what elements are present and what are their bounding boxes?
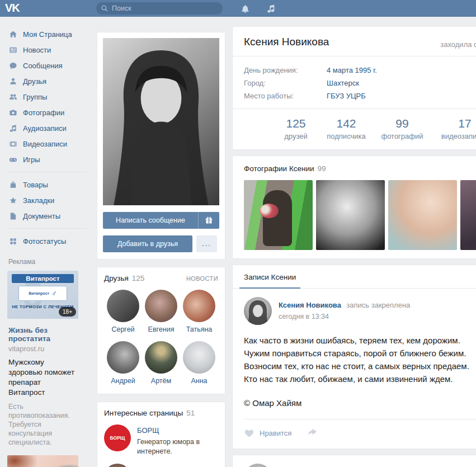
ad-image-vitaprost[interactable]: 5 Витапрост Витапрост ♂ НЕ ТОРМОЗИ С ЛЕЧ… (7, 271, 78, 319)
sidebar-item-documents[interactable]: Документы (0, 208, 95, 224)
info-value-link[interactable]: 4 марта 1995 г. (327, 66, 377, 74)
ad-title-link[interactable]: Жизнь без простатита (8, 326, 84, 343)
counter-videos[interactable]: 17 видеозаписей (440, 117, 476, 140)
friends-title[interactable]: Друзья (104, 274, 129, 282)
sidebar-item-label: Видеозаписи (23, 140, 67, 148)
photos-title[interactable]: Фотографии Ксении (244, 164, 314, 173)
post-author-avatar[interactable] (244, 297, 272, 325)
friend-avatar (107, 290, 139, 322)
ad-url[interactable]: vitaprost.ru (8, 345, 95, 353)
info-value-link[interactable]: ГБУЗ УЦРБ (327, 92, 366, 100)
music-icon[interactable] (266, 4, 276, 13)
speech-bubble-icon (8, 61, 17, 70)
profile-photo[interactable] (103, 38, 219, 205)
friend-item[interactable]: Татьяна (180, 290, 218, 333)
ad-image-face[interactable]: 18+ (7, 455, 78, 467)
post-attribution: © Омар Хайям (244, 398, 476, 408)
friend-avatar (145, 341, 177, 374)
share-button[interactable] (307, 427, 318, 440)
friend-avatar (183, 341, 215, 374)
post-date[interactable]: сегодня в 13:34 (279, 313, 410, 320)
counter-label: фотографий (377, 132, 427, 140)
counter-friends[interactable]: 125 друзей (271, 117, 321, 140)
sidebar-item-friends[interactable]: Друзья (0, 73, 95, 89)
add-friend-button[interactable]: Добавить в друзья (103, 235, 192, 252)
profile-left-column: Написать сообщение Добавить в друзья ...… (97, 32, 225, 467)
photo-bouquet (260, 204, 279, 218)
sidebar-item-groups[interactable]: Группы (0, 89, 95, 105)
counter-photos[interactable]: 99 фотографий (377, 117, 427, 140)
post-author-avatar[interactable] (244, 464, 272, 467)
counter-label: подписчика (321, 132, 371, 140)
music-note-icon (8, 124, 17, 133)
friend-name: Артём (142, 377, 180, 385)
friends-news-link[interactable]: новости (186, 275, 218, 282)
wall-post: Ксения Новикова запись закреплена сегодн… (233, 289, 476, 449)
friend-item[interactable]: Андрей (104, 341, 142, 385)
page-item[interactable]: ЯЖЕМАТЬ! (104, 464, 218, 467)
info-label: Место работы: (244, 92, 327, 100)
info-label: Город: (244, 79, 327, 87)
tab-wall-posts[interactable]: Записи Ксении (239, 265, 300, 289)
page-description: Генератор юмора в интернете. (137, 437, 207, 456)
photos-count: 99 (318, 164, 326, 173)
photo-thumb[interactable] (244, 180, 313, 250)
friend-item[interactable]: Анна (180, 341, 218, 385)
mars-symbol-icon: ♂ (51, 290, 57, 297)
page-name[interactable]: БОРЩ (137, 426, 207, 435)
info-row-birthday: День рождения: 4 марта 1995 г. (244, 64, 476, 77)
sidebar-item-label: Закладки (23, 196, 54, 205)
wall-block: Записи Ксении Ксения Новикова запись зак… (232, 265, 476, 449)
photo-thumb[interactable] (388, 180, 457, 250)
counter-followers[interactable]: 142 подписчика (321, 117, 371, 140)
friend-item[interactable]: Сергей (104, 290, 142, 333)
send-gift-button[interactable] (198, 212, 219, 229)
sidebar-item-label: Игры (23, 155, 40, 164)
sidebar-item-label: Друзья (23, 77, 46, 86)
sidebar-item-market[interactable]: Товары (0, 177, 95, 192)
post-text: Как часто в жизни ошибаясь, теряем тех, … (244, 334, 476, 385)
ad-description: Мужскому здоровью поможет препарат Витап… (8, 357, 77, 398)
interesting-pages-block: Интересные страницы 51 БОРЩ БОРЩ Генерат… (97, 402, 225, 467)
sidebar-item-photostatuses[interactable]: Фотостатусы (0, 233, 95, 249)
sidebar-item-messages[interactable]: Сообщения (0, 58, 95, 73)
document-icon (8, 211, 17, 220)
notifications-bell-icon[interactable] (241, 4, 250, 13)
last-seen-status: заходила сегодня (440, 40, 476, 49)
sidebar-item-news[interactable]: Новости (0, 42, 95, 58)
sidebar-item-games[interactable]: Игры (0, 152, 95, 167)
send-message-button[interactable]: Написать сообщение (103, 212, 198, 229)
photo-thumb[interactable] (316, 180, 385, 250)
page-avatar: БОРЩ (104, 424, 131, 451)
friends-block: Друзья 125 новости Сергей Евгения Татьян… (97, 267, 225, 394)
sidebar-item-bookmarks[interactable]: Закладки (0, 192, 95, 208)
counter-value: 142 (321, 117, 371, 130)
profile-name: Ксения Новикова (244, 36, 329, 48)
info-value-link[interactable]: Шахтерск (327, 79, 359, 87)
page-avatar (104, 464, 131, 467)
friend-name: Евгения (142, 326, 180, 333)
like-button[interactable]: Нравится (244, 428, 291, 438)
camera-icon (8, 108, 17, 117)
pages-title[interactable]: Интересные страницы (104, 409, 183, 417)
page-item[interactable]: БОРЩ БОРЩ Генератор юмора в интернете. (104, 424, 218, 456)
sidebar-item-my-page[interactable]: Моя Страница (0, 26, 95, 42)
sidebar-item-video[interactable]: Видеозаписи (0, 136, 95, 152)
friend-name: Андрей (104, 377, 142, 385)
more-actions-button[interactable]: ... (196, 235, 217, 252)
photo-thumb[interactable] (460, 180, 476, 250)
friends-count: 125 (132, 274, 145, 282)
counter-value: 17 (440, 117, 476, 130)
friend-item[interactable]: Евгения (142, 290, 180, 333)
portrait-illustration (103, 38, 219, 205)
vk-logo[interactable]: VK (5, 2, 20, 15)
friend-item[interactable]: Артём (142, 341, 180, 385)
gift-icon (205, 216, 213, 225)
counter-value: 125 (271, 117, 321, 130)
post-author-name[interactable]: Ксения Новикова (279, 301, 341, 309)
sidebar-item-label: Аудиозаписи (23, 124, 67, 133)
search-input[interactable] (96, 2, 223, 15)
sidebar-item-photos[interactable]: Фотографии (0, 105, 95, 120)
sidebar-item-audio[interactable]: Аудиозаписи (0, 120, 95, 136)
ad-pack-label: Витапрост (29, 291, 49, 295)
